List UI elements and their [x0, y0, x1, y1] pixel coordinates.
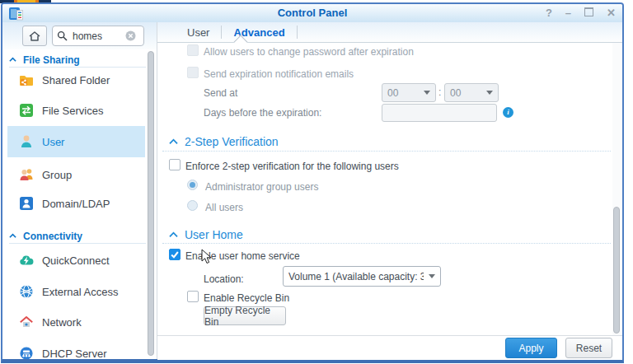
allow-change-password-label: Allow users to change password after exp…: [204, 46, 414, 58]
quickconnect-icon: [19, 253, 34, 268]
help-icon[interactable]: ?: [546, 6, 552, 21]
send-expiration-emails-label: Send expiration notification emails: [204, 68, 354, 80]
group-icon: [19, 167, 34, 182]
home-button[interactable]: [22, 26, 47, 46]
send-at-label: Send at: [204, 87, 237, 99]
control-panel-window: Control Panel ? – ✕: [1, 2, 624, 363]
send-at-colon: :: [438, 86, 441, 98]
sidebar-item-network[interactable]: Network: [7, 306, 145, 338]
location-select[interactable]: Volume 1 (Available capacity: 3.5(: [283, 266, 441, 287]
main-panel: User Advanced Allow users to change pass…: [157, 22, 622, 359]
sidebar-toolbar: [2, 22, 157, 49]
window-title: Control Panel: [2, 7, 622, 19]
shared-folder-icon: [19, 72, 34, 87]
admin-group-users-radio[interactable]: [187, 180, 198, 190]
sidebar-item-quickconnect[interactable]: QuickConnect: [7, 245, 145, 276]
sidebar-scrollbar[interactable]: [148, 51, 154, 356]
tab-bar: User Advanced: [157, 22, 622, 43]
content-scrollbar[interactable]: [612, 43, 621, 335]
maximize-icon[interactable]: [584, 6, 593, 21]
sidebar-item-external-access[interactable]: External Access: [7, 276, 145, 307]
checkmark-icon: [170, 250, 180, 259]
days-before-expiration-label: Days before the expiration:: [204, 107, 321, 119]
info-icon[interactable]: i: [503, 107, 513, 118]
file-services-icon: [19, 103, 34, 118]
enforce-two-step-label: Enforce 2-step verification for the foll…: [185, 161, 399, 172]
search-input[interactable]: [71, 30, 125, 43]
chevron-down-icon: [486, 91, 493, 95]
days-before-expiration-input[interactable]: [382, 104, 497, 122]
chevron-up-icon: [9, 57, 16, 63]
screen: Control Panel ? – ✕: [0, 0, 633, 364]
two-step-section-header[interactable]: 2-Step Verification: [169, 135, 279, 148]
section-separator: [162, 243, 611, 244]
enable-recycle-bin-label: Enable Recycle Bin: [204, 292, 289, 304]
titlebar[interactable]: Control Panel ? – ✕: [2, 4, 622, 22]
sidebar-item-group[interactable]: Group: [7, 159, 145, 190]
network-icon: [19, 315, 34, 329]
apply-button[interactable]: Apply: [505, 338, 557, 358]
chevron-up-icon: [169, 138, 178, 145]
sidebar-scrollbar-thumb[interactable]: [148, 51, 154, 356]
send-at-minute-select[interactable]: 00: [444, 83, 499, 102]
footer-button-bar: Apply Reset: [157, 335, 622, 360]
user-home-section-header[interactable]: User Home: [169, 228, 243, 241]
reset-button[interactable]: Reset: [565, 338, 612, 358]
chevron-down-icon: [429, 274, 435, 278]
search-box[interactable]: [52, 26, 144, 46]
chevron-down-icon: [424, 91, 430, 95]
all-users-radio[interactable]: [187, 200, 198, 211]
sidebar-item-user[interactable]: User: [7, 126, 145, 157]
home-icon: [28, 30, 41, 42]
domain-ldap-icon: [19, 196, 34, 211]
tab-advanced[interactable]: Advanced: [222, 26, 296, 39]
sidebar-item-domain-ldap[interactable]: Domain/LDAP: [7, 188, 145, 219]
mouse-cursor: [201, 249, 212, 264]
content-scrollbar-thumb[interactable]: [613, 207, 620, 334]
external-access-icon: [19, 284, 34, 299]
clear-icon[interactable]: [125, 30, 136, 41]
all-users-label: All users: [205, 202, 243, 213]
chevron-up-icon: [169, 231, 178, 238]
location-label: Location:: [204, 273, 244, 285]
enable-user-home-checkbox[interactable]: [169, 249, 181, 260]
sidebar-section-connectivity[interactable]: Connectivity: [9, 229, 146, 244]
empty-recycle-bin-button[interactable]: Empty Recycle Bin: [204, 306, 286, 325]
send-at-hour-select[interactable]: 00: [382, 83, 436, 102]
sidebar-item-dhcp-server[interactable]: DHCP Server: [7, 338, 145, 359]
chevron-up-icon: [9, 233, 16, 239]
admin-group-users-label: Administrator group users: [205, 181, 318, 193]
dhcp-server-icon: [19, 346, 34, 359]
user-icon: [19, 134, 34, 149]
tab-user[interactable]: User: [176, 26, 221, 39]
close-icon[interactable]: ✕: [607, 6, 616, 21]
settings-scroll-area: Allow users to change password after exp…: [157, 43, 622, 335]
allow-change-password-checkbox[interactable]: [187, 44, 199, 56]
magnifier-icon: [57, 30, 68, 41]
enforce-two-step-checkbox[interactable]: [169, 159, 181, 170]
enable-recycle-bin-checkbox[interactable]: [187, 291, 199, 302]
sidebar-item-shared-folder[interactable]: Shared Folder: [7, 64, 145, 96]
minimize-icon[interactable]: –: [565, 6, 571, 21]
sidebar: File Sharing Shared Folder: [2, 22, 157, 359]
sidebar-item-file-services[interactable]: File Services: [7, 95, 145, 126]
send-expiration-emails-checkbox[interactable]: [187, 67, 199, 78]
section-separator: [162, 151, 611, 152]
